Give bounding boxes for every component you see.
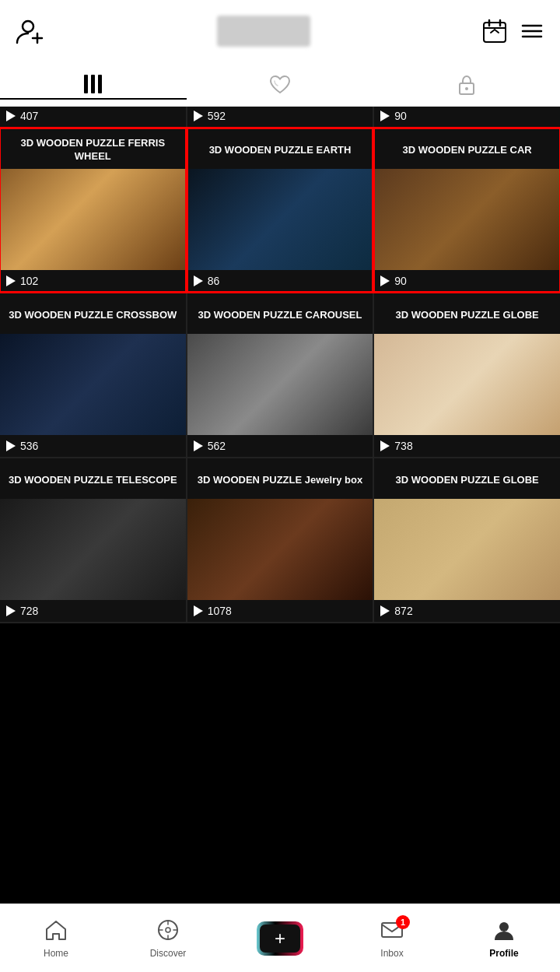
- top-counts-row: 407 592 90: [0, 107, 560, 128]
- video-thumb-2: [374, 169, 560, 270]
- video-card-4[interactable]: 3D WOODEN PUZZLE CAROUSEL562: [187, 293, 373, 457]
- menu-button[interactable]: [520, 19, 544, 44]
- video-title-5: 3D WOODEN PUZZLE GLOBE: [374, 293, 560, 334]
- calendar-button[interactable]: [482, 19, 507, 44]
- video-thumb-6: [0, 499, 186, 600]
- play-count-6: 728: [0, 600, 186, 622]
- count-label-1: 86: [208, 275, 220, 287]
- play-icon-4: [194, 440, 203, 451]
- video-card-5[interactable]: 3D WOODEN PUZZLE GLOBE738: [374, 293, 560, 457]
- video-card-0[interactable]: 3D WOODEN PUZZLE FERRIS WHEEL102: [0, 128, 186, 292]
- play-icon-3: [6, 440, 16, 451]
- nav-inbox[interactable]: 1 Inbox: [336, 918, 448, 959]
- video-title-7: 3D WOODEN PUZZLE Jewelry box: [187, 458, 373, 499]
- play-count-5: 738: [374, 435, 560, 457]
- profile-icon-wrap: [492, 918, 516, 945]
- play-count-2: 90: [374, 270, 560, 292]
- play-icon-5: [380, 440, 390, 451]
- play-icon-top-2: [194, 111, 203, 121]
- add-button[interactable]: +: [257, 921, 303, 956]
- nav-profile[interactable]: Profile: [448, 918, 560, 959]
- video-card-7[interactable]: 3D WOODEN PUZZLE Jewelry box1078: [187, 458, 373, 622]
- discover-label: Discover: [150, 948, 187, 959]
- top-count-label-3: 90: [394, 110, 407, 122]
- svg-rect-3: [484, 23, 506, 42]
- play-icon-1: [194, 275, 203, 286]
- count-label-2: 90: [394, 275, 407, 287]
- inbox-icon-wrap: 1: [380, 918, 404, 945]
- video-thumb-4: [187, 334, 373, 435]
- play-icon-7: [194, 605, 203, 616]
- video-thumb-0: [0, 169, 186, 270]
- header: [0, 0, 560, 62]
- play-count-1: 86: [187, 270, 373, 292]
- play-count-4: 562: [187, 435, 373, 457]
- svg-rect-10: [84, 75, 88, 93]
- svg-point-16: [166, 928, 170, 932]
- svg-point-0: [23, 21, 33, 32]
- video-title-0: 3D WOODEN PUZZLE FERRIS WHEEL: [0, 128, 186, 169]
- play-icon-0: [6, 275, 16, 286]
- video-thumb-8: [374, 499, 560, 600]
- count-label-5: 738: [394, 440, 412, 452]
- header-right: [482, 19, 544, 44]
- video-grid: 3D WOODEN PUZZLE FERRIS WHEEL1023D WOODE…: [0, 128, 560, 623]
- profile-label: Profile: [489, 948, 518, 959]
- top-count-3: 90: [374, 107, 560, 128]
- inbox-badge: 1: [396, 915, 410, 929]
- play-count-8: 872: [374, 600, 560, 622]
- home-label: Home: [44, 948, 68, 959]
- header-center: [45, 16, 482, 47]
- nav-discover[interactable]: Discover: [112, 918, 224, 959]
- add-icon: +: [260, 925, 300, 953]
- count-label-6: 728: [20, 605, 38, 617]
- inbox-label: Inbox: [380, 948, 403, 959]
- home-icon-wrap: [44, 918, 68, 945]
- video-title-4: 3D WOODEN PUZZLE CAROUSEL: [187, 293, 373, 334]
- nav-add[interactable]: +: [224, 921, 336, 956]
- count-label-0: 102: [20, 275, 38, 287]
- add-friend-button[interactable]: [16, 16, 45, 46]
- play-count-0: 102: [0, 270, 186, 292]
- video-title-8: 3D WOODEN PUZZLE GLOBE: [374, 458, 560, 499]
- play-count-3: 536: [0, 435, 186, 457]
- video-title-2: 3D WOODEN PUZZLE CAR: [374, 128, 560, 169]
- play-icon-top-1: [6, 111, 16, 121]
- logo-blurred: [217, 16, 310, 47]
- video-thumb-1: [187, 169, 373, 270]
- tab-grid[interactable]: [0, 70, 187, 100]
- play-icon-top-3: [380, 111, 390, 121]
- svg-point-21: [499, 922, 509, 932]
- nav-home[interactable]: Home: [0, 918, 112, 959]
- count-label-3: 536: [20, 440, 38, 452]
- video-card-8[interactable]: 3D WOODEN PUZZLE GLOBE872: [374, 458, 560, 622]
- video-thumb-5: [374, 334, 560, 435]
- count-label-8: 872: [394, 605, 412, 617]
- top-count-label-1: 407: [20, 110, 38, 122]
- video-thumb-7: [187, 499, 373, 600]
- video-card-3[interactable]: 3D WOODEN PUZZLE CROSSBOW536: [0, 293, 186, 457]
- bottom-nav: Home Discover + 1 Inbox: [0, 904, 560, 972]
- top-count-label-2: 592: [208, 110, 226, 122]
- video-title-6: 3D WOODEN PUZZLE TELESCOPE: [0, 458, 186, 499]
- play-count-7: 1078: [187, 600, 373, 622]
- video-card-6[interactable]: 3D WOODEN PUZZLE TELESCOPE728: [0, 458, 186, 622]
- play-icon-2: [380, 275, 390, 286]
- svg-point-14: [465, 87, 468, 90]
- top-count-1: 407: [0, 107, 186, 128]
- svg-rect-11: [91, 75, 95, 93]
- video-card-1[interactable]: 3D WOODEN PUZZLE EARTH86: [187, 128, 373, 292]
- play-icon-8: [380, 605, 390, 616]
- tab-private[interactable]: [373, 70, 560, 100]
- video-thumb-3: [0, 334, 186, 435]
- top-count-2: 592: [187, 107, 373, 128]
- video-card-2[interactable]: 3D WOODEN PUZZLE CAR90: [374, 128, 560, 292]
- svg-rect-12: [98, 75, 102, 93]
- tabs: [0, 62, 560, 107]
- video-title-1: 3D WOODEN PUZZLE EARTH: [187, 128, 373, 169]
- discover-icon-wrap: [156, 918, 180, 945]
- count-label-7: 1078: [208, 605, 232, 617]
- count-label-4: 562: [208, 440, 226, 452]
- video-title-3: 3D WOODEN PUZZLE CROSSBOW: [0, 293, 186, 334]
- tab-liked[interactable]: [187, 70, 373, 100]
